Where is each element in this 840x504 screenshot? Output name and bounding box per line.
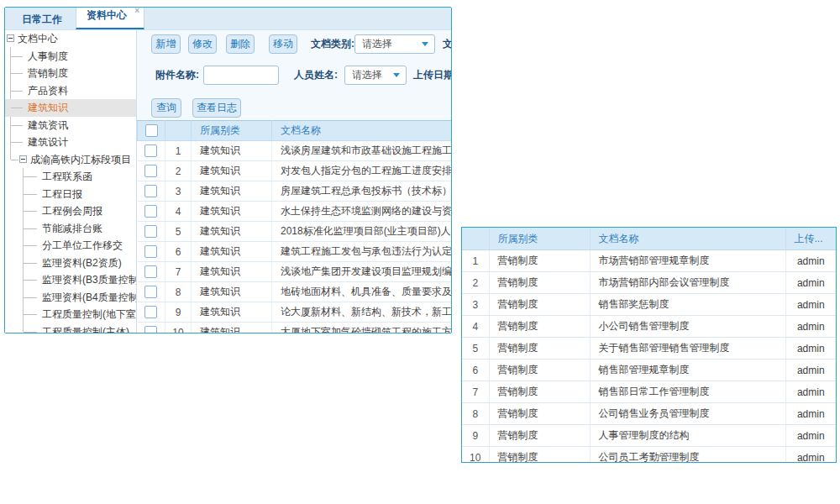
close-icon[interactable]: × <box>134 7 139 15</box>
table-row[interactable]: 7营销制度销售部日常工作管理制度admin <box>462 381 836 403</box>
tree-item-partial[interactable]: 工程质量控制(主体) <box>5 323 136 333</box>
row-category: 建筑知识 <box>192 141 272 161</box>
tree-item[interactable]: 工程联系函 <box>5 168 136 186</box>
row-uploader: admin <box>785 447 836 464</box>
row-category: 建筑知识 <box>192 323 272 333</box>
attachment-name-input[interactable] <box>203 66 279 85</box>
table-row[interactable]: 3建筑知识房屋建筑工程总承包投标书（技术标）... <box>138 181 452 202</box>
table-row[interactable]: 2营销制度市场营销部内部会议管理制度admin <box>462 272 836 294</box>
row-checkbox[interactable] <box>144 165 157 177</box>
tab-daily-work[interactable]: 日常工作 <box>12 9 72 29</box>
attachment-name-label: 附件名称: <box>155 66 199 85</box>
row-checkbox[interactable] <box>144 326 157 333</box>
row-index: 5 <box>462 338 489 360</box>
row-checkbox[interactable] <box>144 245 157 258</box>
table-row[interactable]: 3营销制度销售部奖惩制度admin <box>462 294 836 316</box>
row-docname: 地砖地面材料、机具准备、质量要求及... <box>272 282 452 302</box>
row-docname: 市场营销部内部会议管理制度 <box>590 272 785 294</box>
edit-button[interactable]: 修改 <box>188 34 217 54</box>
row-category: 营销制度 <box>489 360 590 381</box>
row-checkbox[interactable] <box>144 265 157 278</box>
table-row[interactable]: 10营销制度公司员工考勤管理制度admin <box>462 447 836 464</box>
row-index: 6 <box>165 242 192 262</box>
chevron-down-icon <box>393 73 400 77</box>
tree-item-label: 工程质量控制(地下室) <box>42 308 137 320</box>
delete-button[interactable]: 删除 <box>226 34 255 54</box>
table-row[interactable]: 1建筑知识浅谈房屋建筑和市政基础设施工程施工... <box>138 141 452 161</box>
table-row[interactable]: 4建筑知识水土保持生态环境监测网络的建设与资... <box>138 202 452 222</box>
toolbar-row-3: 查询查看日志 <box>137 98 451 118</box>
row-checkbox[interactable] <box>144 306 157 318</box>
table-row[interactable]: 6建筑知识建筑工程施工发包与承包违法行为认定... <box>138 242 452 262</box>
tree-item[interactable]: 工程质量控制(地下室) <box>5 306 136 323</box>
table-row[interactable]: 1营销制度市场营销部管理规章制度admin <box>462 250 836 272</box>
row-checkbox[interactable] <box>144 185 157 197</box>
table-row[interactable]: 9营销制度人事管理制度的结构admin <box>462 425 836 447</box>
row-category: 营销制度 <box>489 447 590 464</box>
tab-bar: 日常工作资料中心× <box>5 8 451 30</box>
view-log-button[interactable]: 查看日志 <box>192 98 241 118</box>
move-button[interactable]: 移动 <box>269 34 297 54</box>
tree-item[interactable]: 成渝高铁内江标段项目 <box>5 151 136 169</box>
select-all-header-cell <box>138 121 165 141</box>
table-row[interactable]: 7建筑知识浅谈地产集团开发建设项目监理规划编... <box>138 262 452 282</box>
tree-item-label: 工程质量控制(主体) <box>42 326 129 333</box>
tree-item[interactable]: 监理资料(B3质量控制) <box>5 271 136 289</box>
row-index: 7 <box>462 381 489 403</box>
row-docname: 水土保持生态环境监测网络的建设与资... <box>272 202 452 222</box>
query-button[interactable]: 查询 <box>151 98 181 118</box>
tree-item[interactable]: 监理资料(B2资质) <box>5 255 136 272</box>
tree-item[interactable]: 工程例会周报 <box>5 202 136 220</box>
tree-item[interactable]: 营销制度 <box>5 65 136 82</box>
doc-category-label: 文档类别: <box>311 34 354 54</box>
tree-item[interactable]: 人事制度 <box>5 48 136 66</box>
row-checkbox[interactable] <box>144 205 157 218</box>
document-list-area: 新增修改删除移动文档类别: 请选择 文档名称: 附件名称: 人员姓名: 请选择 … <box>137 30 451 333</box>
tree-item-label: 产品资料 <box>28 85 68 97</box>
row-docname: 对发包人指定分包的工程施工进度安排... <box>272 161 452 181</box>
row-index: 8 <box>165 282 192 302</box>
row-checkbox[interactable] <box>144 225 157 238</box>
table-row[interactable]: 8建筑知识地砖地面材料、机具准备、质量要求及... <box>138 282 452 302</box>
row-checkbox-cell <box>138 302 165 323</box>
index-column-header <box>462 228 489 250</box>
doc-category-select[interactable]: 请选择 <box>354 34 435 54</box>
tree-item[interactable]: 节能减排台账 <box>5 220 136 238</box>
table-row[interactable]: 4营销制度小公司销售管理制度admin <box>462 316 836 338</box>
add-button[interactable]: 新增 <box>151 34 181 54</box>
table-row[interactable]: 8营销制度公司销售业务员管理制度admin <box>462 403 836 425</box>
tree-item[interactable]: 建筑资讯 <box>5 117 136 134</box>
row-category: 建筑知识 <box>192 222 272 242</box>
row-category: 营销制度 <box>489 381 590 403</box>
row-index: 8 <box>462 403 489 425</box>
row-docname: 建筑工程施工发包与承包违法行为认定... <box>272 242 452 262</box>
category-tree: 文档中心人事制度营销制度产品资料建筑知识建筑资讯建筑设计成渝高铁内江标段项目工程… <box>5 30 137 333</box>
select-all-checkbox[interactable] <box>145 124 158 137</box>
row-docname: 人事管理制度的结构 <box>590 425 785 447</box>
person-name-label: 人员姓名: <box>294 66 338 85</box>
tree-item[interactable]: 分工单位工作移交 <box>5 237 136 255</box>
tab-data-center[interactable]: 资料中心× <box>76 7 144 29</box>
tree-item[interactable]: 建筑知识 <box>5 99 136 117</box>
toolbar-row-2: 附件名称: 人员姓名: 请选择 上传日期: <box>137 66 451 85</box>
person-name-select[interactable]: 请选择 <box>344 66 407 85</box>
table-row[interactable]: 9建筑知识论大厦新材料、新结构、新技术，新工... <box>138 302 452 323</box>
table-row[interactable]: 2建筑知识对发包人指定分包的工程施工进度安排... <box>138 161 452 181</box>
row-index: 9 <box>165 302 192 323</box>
tree-item[interactable]: 工程日报 <box>5 186 136 203</box>
window-body: 文档中心人事制度营销制度产品资料建筑知识建筑资讯建筑设计成渝高铁内江标段项目工程… <box>5 30 451 333</box>
row-checkbox[interactable] <box>144 286 157 298</box>
table-row[interactable]: 5建筑知识2018标准化监理项目部(业主项目部)人员... <box>138 222 452 242</box>
table-row[interactable]: 6营销制度销售部管理规章制度admin <box>462 360 836 381</box>
row-category: 营销制度 <box>489 425 590 447</box>
row-checkbox[interactable] <box>144 144 157 157</box>
tree-item[interactable]: 产品资料 <box>5 82 136 100</box>
collapse-icon[interactable] <box>19 155 27 163</box>
collapse-icon[interactable] <box>7 34 14 42</box>
tree-item[interactable]: 监理资料(B4质量控制) <box>5 289 136 307</box>
table-row[interactable]: 5营销制度关于销售部管理销售管理制度admin <box>462 338 836 360</box>
row-docname: 房屋建筑工程总承包投标书（技术标）... <box>272 181 452 202</box>
tree-item[interactable]: 建筑设计 <box>5 134 136 151</box>
tree-item[interactable]: 文档中心 <box>5 30 136 48</box>
table-row[interactable]: 10建筑知识大厦地下室加气砼墙砌筑工程的施工方... <box>138 323 452 333</box>
